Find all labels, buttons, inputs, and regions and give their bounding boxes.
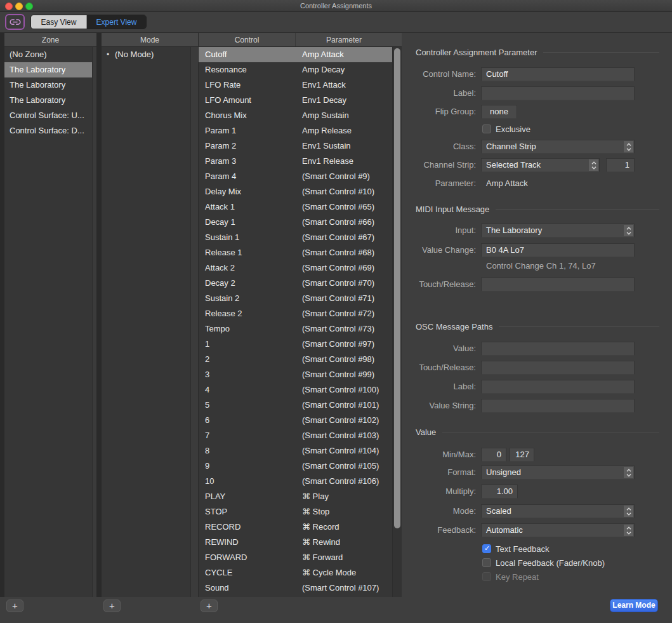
assignment-row[interactable]: STOP⌘ Stop (199, 504, 392, 519)
learn-mode-button[interactable]: Learn Mode (610, 599, 658, 612)
assignment-row[interactable]: RECORD⌘ Record (199, 519, 392, 535)
mode-dropdown-value: Scaled (486, 506, 511, 516)
label-field[interactable] (481, 86, 635, 100)
assignment-row[interactable]: 10(Smart Control #106) (199, 474, 392, 489)
assignment-control-cell: FORWARD (199, 550, 296, 565)
assignment-control-cell: Param 1 (199, 123, 296, 138)
assignment-row[interactable]: 6(Smart Control #102) (199, 413, 392, 428)
assignment-row[interactable]: Attack 1(Smart Control #65) (199, 199, 392, 215)
osc-touch-release-field[interactable] (481, 361, 635, 375)
zone-list-item[interactable]: The Laboratory (4, 77, 92, 93)
add-zone-button[interactable]: + (6, 600, 23, 612)
control-column-header[interactable]: Control (199, 33, 296, 46)
chevron-up-down-icon (624, 225, 633, 236)
channel-strip-dropdown[interactable]: Selected Track (481, 158, 600, 172)
key-repeat-checkbox: Key Repeat (482, 572, 539, 582)
assignment-row[interactable]: 3(Smart Control #99) (199, 367, 392, 382)
assignment-row[interactable]: LFO AmountEnv1 Decay (199, 93, 392, 108)
add-assignment-button[interactable]: + (201, 600, 218, 612)
checkbox-icon[interactable] (482, 558, 491, 567)
assignment-control-cell: RECORD (199, 519, 296, 535)
add-mode-button[interactable]: + (103, 600, 121, 612)
chevron-up-down-icon (624, 525, 633, 536)
zone-scrollbar-gutter[interactable] (92, 47, 96, 597)
assignment-row[interactable]: 9(Smart Control #105) (199, 459, 392, 474)
osc-value-field[interactable] (481, 342, 635, 356)
zone-list-item[interactable]: (No Zone) (4, 47, 92, 62)
link-controls-button[interactable] (5, 14, 25, 30)
assignment-row[interactable]: Decay 1(Smart Control #66) (199, 215, 392, 230)
assignment-row[interactable]: ResonanceAmp Decay (199, 62, 392, 77)
assignment-control-cell: REWIND (199, 535, 296, 550)
mode-column: Mode •(No Mode) (102, 33, 198, 597)
assignment-control-cell: Sustain 1 (199, 230, 296, 245)
exclusive-checkbox[interactable]: Exclusive (482, 124, 530, 134)
assignment-row[interactable]: Param 1Amp Release (199, 123, 392, 138)
assignment-parameter-cell: Env1 Sustain (296, 138, 392, 154)
assignment-parameter-cell: Amp Sustain (296, 108, 392, 123)
feedback-dropdown[interactable]: Automatic (481, 523, 635, 537)
assignment-row[interactable]: Delay Mix(Smart Control #10) (199, 184, 392, 199)
assignment-row[interactable]: 5(Smart Control #101) (199, 398, 392, 413)
assignment-row[interactable]: Tempo(Smart Control #73) (199, 321, 392, 337)
expert-view-tab[interactable]: Expert View (87, 15, 146, 29)
flip-group-field[interactable]: none (481, 105, 517, 119)
scrollbar-thumb[interactable] (394, 48, 400, 528)
checkbox-icon[interactable] (482, 124, 491, 133)
local-feedback-checkbox[interactable]: Local Feedback (Fader/Knob) (482, 558, 605, 568)
mode-list-item[interactable]: •(No Mode) (102, 47, 190, 62)
assignment-row[interactable]: REWIND⌘ Rewind (199, 535, 392, 550)
assignment-row[interactable]: PLAY⌘ Play (199, 489, 392, 504)
assignment-row[interactable]: Release 2(Smart Control #72) (199, 306, 392, 321)
assignment-parameter-cell: (Smart Control #99) (296, 367, 392, 382)
input-dropdown[interactable]: The Laboratory (481, 224, 635, 238)
text-feedback-checkbox[interactable]: Text Feedback (482, 544, 550, 554)
assignment-row[interactable]: Decay 2(Smart Control #70) (199, 276, 392, 291)
assignment-row[interactable]: Param 3Env1 Release (199, 154, 392, 169)
osc-value-string-field[interactable] (481, 399, 635, 413)
assignment-row[interactable]: 1(Smart Control #97) (199, 337, 392, 352)
assignment-row[interactable]: 4(Smart Control #100) (199, 382, 392, 398)
assignment-row[interactable]: Param 4(Smart Control #9) (199, 169, 392, 184)
assignment-row[interactable]: 2(Smart Control #98) (199, 352, 392, 367)
multiply-field[interactable]: 1.00 (481, 485, 518, 499)
checkbox-icon[interactable] (482, 544, 491, 553)
midi-touch-release-field[interactable] (481, 278, 635, 291)
max-field[interactable]: 127 (510, 448, 534, 462)
zone-list-item[interactable]: Control Surface: U... (4, 108, 92, 123)
osc-label-field[interactable] (481, 380, 635, 394)
class-dropdown[interactable]: Channel Strip (481, 140, 635, 154)
assignment-row[interactable]: 8(Smart Control #104) (199, 443, 392, 459)
assignment-row[interactable]: CYCLE⌘ Cycle Mode (199, 565, 392, 580)
assignment-control-cell: PLAY (199, 489, 296, 504)
control-name-field[interactable]: Cutoff (481, 67, 635, 81)
assignment-row[interactable]: FORWARD⌘ Forward (199, 550, 392, 565)
assignment-row[interactable]: 7(Smart Control #103) (199, 428, 392, 443)
assignment-row[interactable]: CutoffAmp Attack (199, 47, 392, 62)
assignment-control-cell: CYCLE (199, 565, 296, 580)
assignment-row[interactable]: Sustain 2(Smart Control #71) (199, 291, 392, 306)
assignment-row[interactable]: Attack 2(Smart Control #69) (199, 260, 392, 276)
value-change-field[interactable]: B0 4A Lo7 (481, 243, 635, 257)
assignment-parameter-cell: ⌘ Stop (296, 504, 392, 519)
easy-view-tab[interactable]: Easy View (31, 15, 87, 29)
parameter-column-header[interactable]: Parameter (296, 33, 392, 46)
assignments-scrollbar[interactable] (392, 47, 402, 597)
assignment-row[interactable]: Sustain 1(Smart Control #67) (199, 230, 392, 245)
assignment-row[interactable]: Param 2Env1 Sustain (199, 138, 392, 154)
zone-list-item[interactable]: The Laboratory (4, 62, 92, 77)
assignment-row[interactable]: LFO RateEnv1 Attack (199, 77, 392, 93)
min-field[interactable]: 0 (481, 448, 506, 462)
assignment-parameter-cell: (Smart Control #65) (296, 199, 392, 215)
assignment-row[interactable]: Release 1(Smart Control #68) (199, 245, 392, 260)
input-label: Input: (455, 224, 476, 238)
zone-list-item[interactable]: Control Surface: D... (4, 123, 92, 138)
mode-dropdown[interactable]: Scaled (481, 504, 635, 518)
mode-scrollbar-gutter[interactable] (190, 47, 198, 597)
zone-list-item[interactable]: The Laboratory (4, 93, 92, 108)
assignment-row[interactable]: Chorus MixAmp Sustain (199, 108, 392, 123)
assignment-row[interactable]: Sound(Smart Control #107) (199, 580, 392, 596)
format-dropdown[interactable]: Unsigned (481, 466, 635, 479)
assignment-parameter-cell: (Smart Control #107) (296, 580, 392, 596)
channel-strip-number-field[interactable]: 1 (606, 158, 635, 172)
